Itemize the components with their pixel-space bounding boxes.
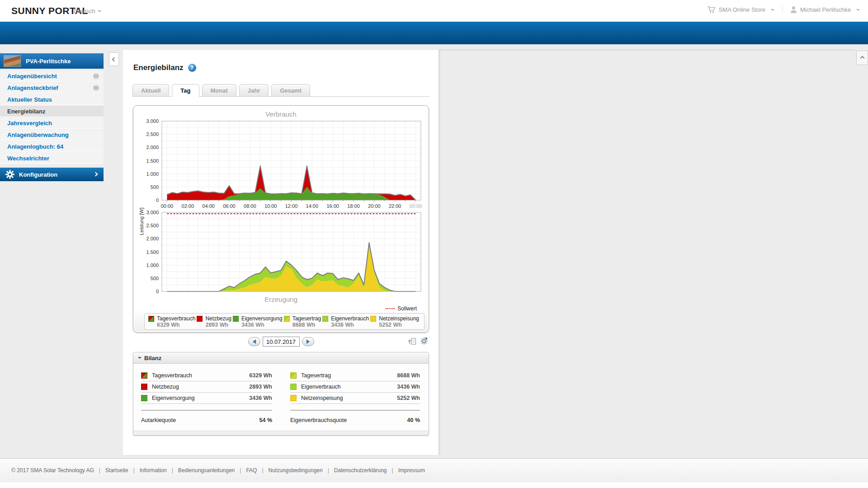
footer-link-datenschutzerklaerung[interactable]: Datenschutzerklärung bbox=[334, 467, 387, 474]
sollwert-label: Sollwert bbox=[397, 305, 417, 312]
bottom-strip bbox=[0, 482, 868, 488]
netzbezug-swatch bbox=[141, 384, 147, 390]
erzeugung-chart: 05001.0001.5002.0002.5003.000 bbox=[133, 211, 429, 294]
eigenverbrauch-swatch bbox=[322, 316, 328, 322]
sidebar-item-anlagensteckbrief[interactable]: Anlagensteckbrief bbox=[0, 82, 104, 94]
chart-settings-button[interactable] bbox=[420, 337, 428, 347]
svg-text:1.000: 1.000 bbox=[146, 263, 159, 268]
eigenverbrauchsquote-row: Eigenverbrauchsquote 40 % bbox=[290, 411, 420, 430]
user-menu[interactable]: Michael Perlitschke bbox=[800, 6, 851, 13]
store-link[interactable]: SMA Online Store bbox=[719, 6, 765, 13]
period-tabs: Aktuell Tag Monat Jahr Gesamt bbox=[132, 84, 429, 97]
eigenversorgung-swatch bbox=[141, 395, 147, 401]
sidebar-item-wechselrichter[interactable]: Wechselrichter bbox=[0, 153, 104, 164]
bilanz-header[interactable]: Bilanz bbox=[133, 352, 429, 364]
tab-jahr[interactable]: Jahr bbox=[239, 84, 269, 96]
globe-icon bbox=[93, 73, 99, 79]
sidebar-item-energiebilanz[interactable]: Energiebilanz bbox=[0, 106, 104, 117]
sidebar-item-anlagenlogbuch[interactable]: Anlagenlogbuch: 64 bbox=[0, 141, 104, 152]
user-icon bbox=[790, 6, 797, 14]
globe-icon bbox=[93, 85, 99, 91]
sidebar-item-jahresvergleich[interactable]: Jahresvergleich bbox=[0, 117, 104, 129]
tagesverbrauch-swatch bbox=[148, 316, 154, 322]
legend-item: Tagesertrag8688 Wh bbox=[284, 315, 322, 328]
bilanz-right-column: Tagesertrag 8688 Wh Eigenverbrauch 3436 … bbox=[290, 370, 420, 430]
table-row: Eigenversorgung 3436 Wh bbox=[141, 393, 272, 404]
footer-link-information[interactable]: Information bbox=[140, 467, 167, 474]
svg-text:18:00: 18:00 bbox=[347, 203, 360, 209]
legend-item: Netzbezug2893 Wh bbox=[197, 315, 232, 328]
plant-photo bbox=[4, 55, 21, 67]
svg-text:500: 500 bbox=[151, 184, 159, 190]
header-divider bbox=[782, 6, 783, 14]
chart-title-verbrauch: Verbrauch bbox=[133, 110, 429, 118]
collapse-triangle-icon bbox=[138, 357, 142, 361]
netzbezug-swatch bbox=[197, 316, 203, 322]
table-row: Netzeinspeisung 5252 Wh bbox=[290, 393, 420, 404]
next-day-button[interactable] bbox=[302, 337, 314, 346]
chevron-down-icon bbox=[98, 10, 101, 14]
svg-text:2.500: 2.500 bbox=[146, 223, 159, 228]
svg-text:500: 500 bbox=[151, 276, 159, 281]
svg-text:2.000: 2.000 bbox=[146, 145, 159, 150]
table-row: Netzbezug 2893 Wh bbox=[141, 381, 272, 393]
chart-title-erzeugung: Erzeugung bbox=[133, 296, 429, 304]
main-content: Energiebilanz ? Aktuell Tag Monat Jahr G… bbox=[123, 50, 439, 455]
arrow-right-icon bbox=[307, 339, 312, 344]
svg-text:1.500: 1.500 bbox=[146, 249, 159, 255]
tab-tag[interactable]: Tag bbox=[172, 84, 199, 97]
chevron-left-icon bbox=[112, 57, 116, 61]
footer-link-faq[interactable]: FAQ bbox=[246, 467, 257, 474]
konfiguration-label: Konfiguration bbox=[19, 171, 57, 178]
footer-link-impressum[interactable]: Impressum bbox=[398, 467, 425, 474]
footer-link-nutzungsbedingungen[interactable]: Nutzungsbedingungen bbox=[269, 467, 323, 474]
tagesverbrauch-swatch bbox=[141, 372, 147, 379]
language-selector[interactable]: Deutsch bbox=[74, 8, 101, 14]
sidebar-collapse-button[interactable] bbox=[109, 52, 119, 66]
primary-nav-bar bbox=[0, 22, 868, 44]
cart-icon bbox=[707, 6, 716, 14]
svg-text:14:00: 14:00 bbox=[306, 203, 319, 209]
export-button[interactable] bbox=[408, 338, 416, 347]
sidebar-item-anlagenueberwachung[interactable]: Anlagenüberwachung bbox=[0, 129, 104, 141]
language-label: Deutsch bbox=[74, 8, 95, 14]
page-title: Energiebilanz bbox=[133, 63, 184, 72]
previous-day-button[interactable] bbox=[248, 337, 260, 346]
sollwert-line-sample bbox=[386, 308, 395, 309]
tab-gesamt[interactable]: Gesamt bbox=[271, 84, 310, 96]
scroll-top-button[interactable] bbox=[856, 51, 868, 65]
sidebar-item-anlagenuebersicht[interactable]: Anlagenübersicht bbox=[0, 70, 104, 82]
chevron-right-icon bbox=[94, 172, 98, 177]
svg-text:16:00: 16:00 bbox=[326, 203, 339, 209]
sidebar-item-aktueller-status[interactable]: Aktueller Status bbox=[0, 94, 104, 105]
autarkiequote-row: Autarkiequote 54 % bbox=[141, 411, 272, 430]
svg-text:00:00: 00:00 bbox=[161, 203, 174, 209]
tab-monat[interactable]: Monat bbox=[202, 84, 236, 96]
tab-aktuell[interactable]: Aktuell bbox=[132, 84, 169, 96]
legend-item: Eigenversorgung3436 Wh bbox=[233, 315, 284, 328]
table-row: Tagesverbrauch 6329 Wh bbox=[141, 370, 272, 381]
footer-link-startseite[interactable]: Startseite bbox=[105, 467, 128, 474]
y-axis-label: Leistung [W] bbox=[139, 203, 144, 239]
help-icon[interactable]: ? bbox=[188, 64, 196, 72]
svg-text:12:00: 12:00 bbox=[285, 203, 298, 209]
arrow-left-icon bbox=[250, 339, 256, 344]
panel-footer bbox=[133, 431, 429, 435]
svg-text:1.000: 1.000 bbox=[146, 171, 159, 177]
svg-text:3.000: 3.000 bbox=[146, 211, 159, 215]
chevron-up-icon bbox=[860, 56, 864, 60]
footer-link-bedienungsanleitungen[interactable]: Bedienungsanleitungen bbox=[178, 467, 235, 474]
svg-text:08:00: 08:00 bbox=[244, 203, 256, 209]
app-root: SUNNY PORTAL Deutsch SMA Online Store Mi… bbox=[0, 0, 868, 488]
verbrauch-chart: 05001.0001.5002.0002.5003.00000:0002:000… bbox=[133, 118, 429, 209]
sidebar-item-konfiguration[interactable]: Konfiguration bbox=[0, 168, 104, 181]
bilanz-panel: Bilanz Tagesverbrauch 6329 Wh Netzbezug … bbox=[133, 352, 429, 436]
plant-selector[interactable]: PVA-Perlitschke bbox=[0, 53, 104, 69]
legend-item: Eigenverbrauch3436 Wh bbox=[322, 315, 370, 328]
bilanz-left-column: Tagesverbrauch 6329 Wh Netzbezug 2893 Wh… bbox=[141, 370, 272, 430]
svg-text:06:00: 06:00 bbox=[223, 203, 236, 209]
svg-text:0: 0 bbox=[156, 289, 159, 294]
svg-text:00:00: 00:00 bbox=[410, 203, 422, 209]
copyright-text: © 2017 SMA Solar Technology AG bbox=[11, 467, 94, 474]
date-input[interactable] bbox=[263, 337, 300, 347]
